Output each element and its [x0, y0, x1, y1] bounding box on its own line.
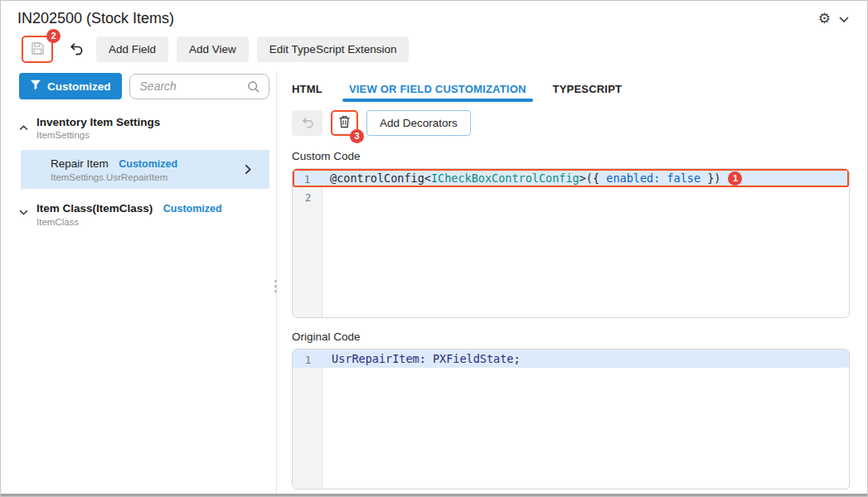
splitter-drag-handle[interactable] [274, 280, 277, 292]
tree-group-subtitle: ItemSettings [36, 130, 160, 140]
chevron-down-icon[interactable] [19, 204, 28, 227]
tree-group-label: Item Class(ItemClass) [36, 202, 153, 215]
code-line[interactable]: 1@controlConfig<ICheckBoxControlConfig>(… [293, 169, 849, 187]
undo-button[interactable] [65, 38, 88, 61]
tree-group-item-class[interactable]: Item Class(ItemClass) Customized ItemCla… [19, 199, 269, 229]
header: IN202500 (Stock Items) ⚙ [1, 1, 867, 29]
add-decorators-button[interactable]: Add Decorators [366, 110, 471, 136]
code-line[interactable]: 1UsrRepairItem: PXFieldState; [293, 350, 849, 368]
code-text[interactable]: UsrRepairItem: PXFieldState; [322, 351, 521, 366]
original-code-editor: 1UsrRepairItem: PXFieldState; [292, 349, 850, 490]
chevron-right-icon[interactable] [245, 163, 251, 178]
tree-group-label: Inventory Item Settings [36, 116, 160, 128]
editor-tabs: HTML VIEW OR FIELD CUSTOMIZATION TYPESCR… [292, 83, 850, 102]
editor-toolbar: 3 Add Decorators [292, 110, 850, 136]
line-number: 1 [294, 351, 322, 366]
custom-code-label: Custom Code [292, 150, 850, 162]
add-field-button[interactable]: Add Field [96, 36, 168, 62]
delete-annotation-badge: 3 [350, 129, 364, 143]
tree-item-subtitle: ItemSettings.UsrRepairItem [51, 172, 248, 182]
main-toolbar: 2 Add Field Add View Edit TypeScript Ext… [1, 29, 867, 71]
customization-editor-window: IN202500 (Stock Items) ⚙ 2 Add Field Add… [0, 0, 868, 497]
gear-icon[interactable]: ⚙ [818, 12, 831, 26]
tab-typescript[interactable]: TYPESCRIPT [553, 83, 623, 102]
save-icon [31, 41, 45, 58]
filter-funnel-icon [30, 80, 41, 93]
tree-item-repair-item[interactable]: Repair Item Customized ItemSettings.UsrR… [21, 150, 269, 189]
code-text[interactable] [322, 189, 332, 204]
editor-panel: HTML VIEW OR FIELD CUSTOMIZATION TYPESCR… [277, 71, 867, 495]
window-bottom-edge [1, 494, 867, 496]
tree-group-item-settings[interactable]: Inventory Item Settings ItemSettings [19, 114, 269, 142]
trash-icon [338, 115, 351, 131]
undo-disabled-button[interactable] [292, 110, 322, 136]
custom-code-editor[interactable]: 1@controlConfig<ICheckBoxControlConfig>(… [292, 168, 850, 318]
code-text[interactable]: @controlConfig<ICheckBoxControlConfig>({… [320, 171, 742, 186]
annotation-badge: 1 [728, 171, 742, 186]
customization-tree: Inventory Item Settings ItemSettings Rep… [19, 114, 269, 229]
add-view-button[interactable]: Add View [177, 36, 249, 62]
tab-view-or-field-customization[interactable]: VIEW OR FIELD CUSTOMIZATION [349, 83, 526, 102]
line-number: 1 [294, 171, 320, 186]
code-line[interactable]: 2 [293, 187, 849, 205]
chevron-down-icon[interactable] [839, 17, 849, 23]
line-number: 2 [294, 189, 322, 204]
chevron-up-icon[interactable] [19, 119, 28, 140]
search-box [129, 74, 269, 99]
undo-icon [68, 41, 85, 58]
customized-status-badge: Customized [163, 203, 222, 215]
edit-typescript-extension-button[interactable]: Edit TypeScript Extension [257, 36, 410, 62]
undo-icon [300, 116, 315, 131]
search-icon [247, 80, 260, 97]
tree-panel: Customized Inventory Item Settings [1, 71, 277, 495]
tree-item-label: Repair Item [51, 157, 109, 170]
page-title: IN202500 (Stock Items) [17, 10, 174, 27]
customized-filter-button[interactable]: Customized [19, 73, 122, 99]
save-changes-badge: 2 [46, 29, 61, 43]
customized-status-badge: Customized [119, 158, 177, 170]
original-code-label: Original Code [292, 331, 850, 343]
tab-html[interactable]: HTML [292, 83, 322, 102]
customized-filter-label: Customized [47, 80, 111, 93]
tree-group-subtitle: ItemClass [36, 217, 222, 227]
